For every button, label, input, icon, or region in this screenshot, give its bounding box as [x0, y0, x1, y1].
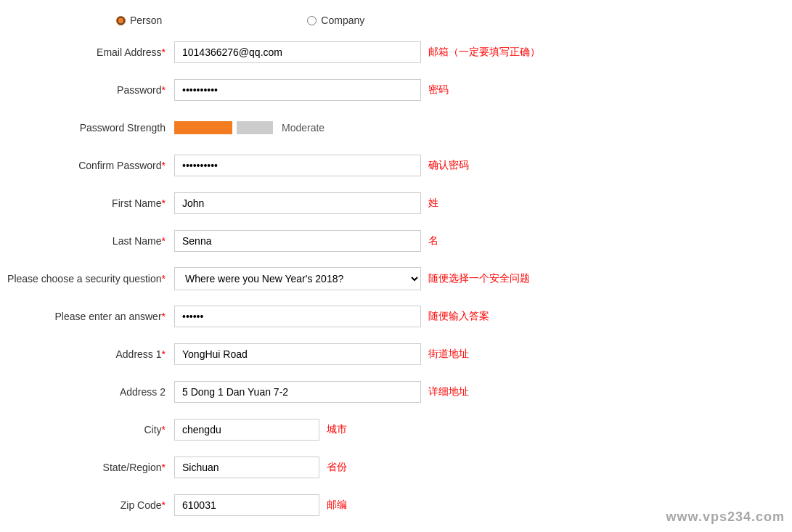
security-answer-label: Please enter an answer*: [0, 311, 174, 322]
first-name-label: First Name*: [0, 197, 174, 209]
confirm-password-input[interactable]: [174, 155, 421, 176]
address2-row: Address 2 详细地址: [0, 377, 792, 406]
watermark: www.vps234.com: [666, 510, 785, 525]
strength-bar-filled: [174, 121, 232, 134]
last-name-required: *: [162, 235, 166, 247]
first-name-input[interactable]: [174, 192, 421, 214]
address2-input[interactable]: [174, 381, 421, 403]
person-radio[interactable]: [116, 16, 126, 25]
state-row: State/Region* 省份: [0, 453, 792, 482]
confirm-password-row: Confirm Password* 确认密码: [0, 151, 792, 180]
city-required: *: [162, 424, 166, 435]
address1-label: Address 1*: [0, 348, 174, 360]
zip-label: Zip Code*: [0, 499, 174, 511]
last-name-annotation: 名: [428, 234, 438, 247]
person-label: Person: [130, 15, 162, 26]
password-strength-label: Password Strength: [0, 122, 174, 134]
zip-input[interactable]: [174, 494, 319, 516]
password-annotation: 密码: [428, 83, 449, 97]
security-answer-row: Please enter an answer* 随便输入答案: [0, 302, 792, 331]
city-row: City* 城市: [0, 415, 792, 444]
state-input[interactable]: [174, 457, 319, 478]
address1-row: Address 1* 街道地址: [0, 340, 792, 369]
password-strength-row: Password Strength Moderate: [0, 113, 792, 142]
company-label: Company: [321, 15, 364, 26]
company-radio-option[interactable]: Company: [307, 15, 364, 26]
city-label: City*: [0, 424, 174, 435]
password-required: *: [162, 84, 166, 96]
security-question-row: Please choose a security question* Where…: [0, 264, 792, 293]
confirm-password-required: *: [162, 160, 166, 171]
person-radio-option[interactable]: Person: [116, 15, 162, 26]
email-required: *: [162, 46, 166, 58]
strength-bar-empty: [237, 121, 273, 134]
security-answer-input[interactable]: [174, 306, 421, 327]
email-row: Email Address* 邮箱（一定要填写正确）: [0, 38, 792, 67]
first-name-annotation: 姓: [428, 197, 438, 210]
state-required: *: [162, 462, 166, 473]
password-row: Password* 密码: [0, 75, 792, 105]
security-question-label: Please choose a security question*: [0, 273, 174, 285]
address1-input[interactable]: [174, 343, 421, 365]
city-annotation: 城市: [327, 423, 347, 436]
password-label: Password*: [0, 84, 174, 96]
account-type-row: Person Company: [0, 15, 792, 26]
last-name-row: Last Name* 名: [0, 226, 792, 255]
email-input[interactable]: [174, 41, 421, 63]
address1-required: *: [162, 348, 166, 360]
state-label: State/Region*: [0, 462, 174, 473]
security-answer-annotation: 随便输入答案: [428, 310, 489, 323]
email-annotation: 邮箱（一定要填写正确）: [428, 46, 540, 59]
address1-annotation: 街道地址: [428, 348, 469, 361]
first-name-row: First Name* 姓: [0, 189, 792, 218]
address2-annotation: 详细地址: [428, 385, 469, 398]
zip-annotation: 邮编: [327, 499, 347, 512]
password-input[interactable]: [174, 79, 421, 101]
last-name-input[interactable]: [174, 230, 421, 252]
registration-form: Person Company Email Address* 邮箱（一定要填写正确…: [0, 0, 792, 532]
security-question-required: *: [162, 273, 166, 285]
strength-bar-container: Moderate: [174, 121, 324, 134]
security-question-select[interactable]: Where were you New Year's 2018? What is …: [174, 267, 421, 290]
security-question-annotation: 随便选择一个安全问题: [428, 272, 530, 285]
state-annotation: 省份: [327, 461, 347, 474]
zip-required: *: [162, 499, 166, 511]
last-name-label: Last Name*: [0, 235, 174, 247]
country-row: Country* China United States United King…: [0, 528, 792, 532]
confirm-password-annotation: 确认密码: [428, 159, 469, 172]
company-radio[interactable]: [307, 16, 317, 25]
strength-text: Moderate: [282, 122, 324, 134]
email-label: Email Address*: [0, 46, 174, 58]
confirm-password-label: Confirm Password*: [0, 160, 174, 171]
city-input[interactable]: [174, 419, 319, 441]
first-name-required: *: [162, 197, 166, 209]
address2-label: Address 2: [0, 386, 174, 398]
security-answer-required: *: [162, 311, 166, 322]
